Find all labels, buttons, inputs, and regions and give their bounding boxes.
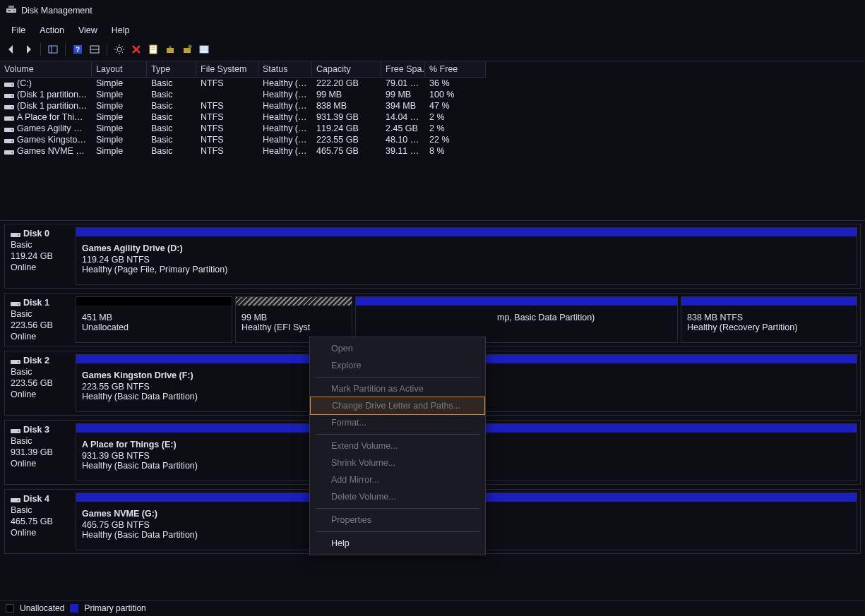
partition-line2: 99 MB xyxy=(241,313,346,322)
volume-layout: Simple xyxy=(92,111,147,123)
volume-row[interactable]: Games Kingston D...SimpleBasicNTFSHealth… xyxy=(0,134,865,145)
col-volume[interactable]: Volume xyxy=(0,61,92,78)
menu-item[interactable]: Properties xyxy=(310,512,485,529)
disk-label[interactable]: Disk 0Basic119.24 GBOnline xyxy=(5,224,73,288)
svg-text:?: ? xyxy=(76,46,80,54)
list-icon[interactable] xyxy=(197,42,211,56)
partition-band xyxy=(76,228,857,236)
disk-label[interactable]: Disk 1Basic223.56 GBOnline xyxy=(5,294,73,346)
disk-icon xyxy=(11,231,20,238)
menu-divider xyxy=(316,508,479,509)
properties-icon[interactable] xyxy=(146,42,160,56)
disk-type: Basic xyxy=(11,505,67,515)
col-percent[interactable]: % Free xyxy=(425,61,486,78)
partition-title: Games Agility Drive (D:) xyxy=(82,243,851,253)
partition-line3: Healthy (Page File, Primary Partition) xyxy=(82,265,851,274)
menu-action[interactable]: Action xyxy=(32,23,71,38)
disk-label[interactable]: Disk 3Basic931.39 GBOnline xyxy=(5,421,73,484)
col-capacity[interactable]: Capacity xyxy=(312,61,381,78)
volume-free: 99 MB xyxy=(381,89,425,100)
drive-icon xyxy=(4,137,14,144)
back-icon[interactable] xyxy=(4,42,18,56)
app-icon xyxy=(6,4,17,18)
grid-header: Volume Layout Type File System Status Ca… xyxy=(0,61,865,78)
partition[interactable]: 838 MB NTFSHealthy (Recovery Partition) xyxy=(681,296,857,343)
help-icon[interactable]: ? xyxy=(71,42,85,56)
volume-row[interactable]: Games NVME (G:)SimpleBasicNTFSHealthy (B… xyxy=(0,145,865,157)
svg-point-29 xyxy=(11,129,13,131)
menu-item[interactable]: Change Drive Letter and Paths... xyxy=(310,397,485,415)
disk-icon xyxy=(11,427,20,434)
volume-free: 2.45 GB xyxy=(381,123,425,134)
partition-line3: Unallocated xyxy=(82,322,226,332)
menu-help[interactable]: Help xyxy=(105,23,137,38)
disk-size: 223.56 GB xyxy=(11,378,67,388)
volume-percent: 36 % xyxy=(425,78,486,89)
svg-point-43 xyxy=(18,500,19,501)
legend: Unallocated Primary partition xyxy=(0,600,865,616)
disk-type: Basic xyxy=(11,367,67,377)
volume-row[interactable]: (Disk 1 partition 1)SimpleBasicHealthy (… xyxy=(0,89,865,100)
disk-label[interactable]: Disk 4Basic465.75 GBOnline xyxy=(5,490,73,553)
show-hide-icon[interactable] xyxy=(46,42,60,56)
menu-item[interactable]: Format... xyxy=(310,414,485,431)
legend-primary-swatch xyxy=(70,604,78,612)
drive-icon xyxy=(4,114,14,121)
col-status[interactable]: Status xyxy=(258,61,312,78)
layout-icon[interactable] xyxy=(88,42,102,56)
disk-type: Basic xyxy=(11,240,67,250)
volume-status: Healthy (B... xyxy=(258,78,312,89)
wizard2-icon[interactable] xyxy=(180,42,194,56)
volume-name: Games Agility Driv... xyxy=(17,123,92,133)
volume-name: Games Kingston D... xyxy=(17,135,92,145)
partition-band xyxy=(76,297,232,306)
delete-icon[interactable] xyxy=(129,42,143,56)
col-layout[interactable]: Layout xyxy=(92,61,147,78)
menu-item[interactable]: Explore xyxy=(310,357,485,374)
menu-view[interactable]: View xyxy=(71,23,105,38)
disk-name: Disk 0 xyxy=(23,229,49,238)
partition-line2: 838 MB NTFS xyxy=(687,313,851,322)
menu-divider xyxy=(316,377,479,378)
disk-state: Online xyxy=(11,389,67,399)
volume-layout: Simple xyxy=(92,100,147,111)
wizard-icon[interactable] xyxy=(163,42,177,56)
volume-name: (C:) xyxy=(17,78,32,88)
forward-icon[interactable] xyxy=(21,42,35,56)
menu-file[interactable]: File xyxy=(4,23,32,38)
volume-row[interactable]: (C:)SimpleBasicNTFSHealthy (B...222.20 G… xyxy=(0,78,865,89)
disk-type: Basic xyxy=(11,436,67,446)
menu-item[interactable]: Delete Volume... xyxy=(310,488,485,505)
disk-size: 119.24 GB xyxy=(11,251,67,261)
settings-icon[interactable] xyxy=(112,42,126,56)
volume-layout: Simple xyxy=(92,134,147,145)
menu-item[interactable]: Open xyxy=(310,340,485,357)
volume-type: Basic xyxy=(147,100,196,111)
menu-item[interactable]: Mark Partition as Active xyxy=(310,380,485,397)
menubar: File Action View Help xyxy=(0,21,865,41)
volume-capacity: 223.55 GB xyxy=(312,134,381,145)
col-free[interactable]: Free Spa... xyxy=(381,61,425,78)
col-fs[interactable]: File System xyxy=(196,61,258,78)
disk-label[interactable]: Disk 2Basic223.56 GBOnline xyxy=(5,351,73,415)
col-type[interactable]: Type xyxy=(147,61,196,78)
menu-item[interactable]: Shrink Volume... xyxy=(310,454,485,471)
disk-name: Disk 3 xyxy=(23,425,49,435)
menu-item[interactable]: Help xyxy=(310,535,485,552)
disk-state: Online xyxy=(11,528,67,538)
partition[interactable]: 451 MBUnallocated xyxy=(76,296,232,343)
svg-point-33 xyxy=(11,152,13,153)
volume-layout: Simple xyxy=(92,78,147,89)
disk-partitions: Games Agility Drive (D:)119.24 GB NTFSHe… xyxy=(73,224,860,288)
volume-capacity: 119.24 GB xyxy=(312,123,381,134)
menu-item[interactable]: Extend Volume... xyxy=(310,437,485,454)
volume-status: Healthy (R... xyxy=(258,100,312,111)
volume-row[interactable]: Games Agility Driv...SimpleBasicNTFSHeal… xyxy=(0,123,865,134)
volume-row[interactable]: (Disk 1 partition 4)SimpleBasicNTFSHealt… xyxy=(0,100,865,111)
volume-percent: 100 % xyxy=(425,89,486,100)
volume-type: Basic xyxy=(147,89,196,100)
volume-row[interactable]: A Place for Things ...SimpleBasicNTFSHea… xyxy=(0,111,865,123)
partition[interactable]: Games Agility Drive (D:)119.24 GB NTFSHe… xyxy=(76,227,857,285)
menu-item[interactable]: Add Mirror... xyxy=(310,471,485,488)
svg-point-10 xyxy=(117,47,121,52)
